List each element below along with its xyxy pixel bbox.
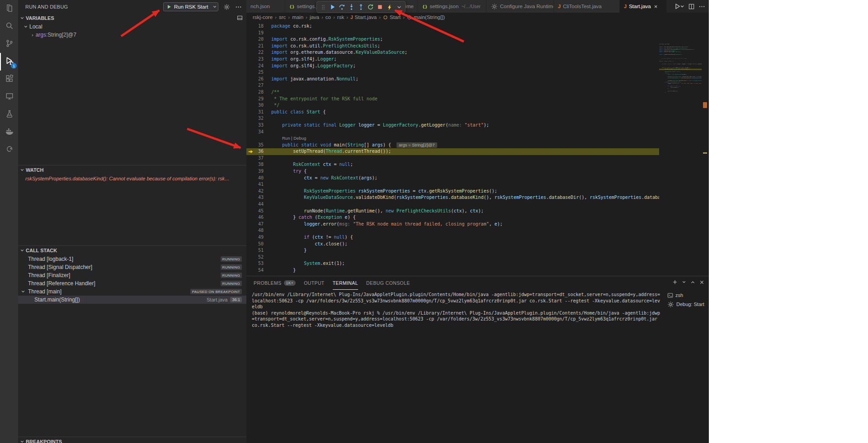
minimap[interactable]: ****************************************… (659, 22, 702, 276)
line-number: 24 (246, 63, 271, 70)
line-number: 37 (246, 155, 271, 162)
breadcrumb-item[interactable]: JStart.java (350, 14, 377, 20)
dropdown-icon[interactable] (395, 3, 403, 11)
breadcrumb-item[interactable]: main(String[]) (407, 14, 445, 20)
close-icon[interactable]: × (654, 4, 658, 9)
breadcrumb-separator: › (346, 14, 348, 20)
code-line-41: 41 (246, 181, 659, 188)
source-control-activity-item[interactable] (0, 35, 18, 53)
breadcrumb-item[interactable]: main (292, 14, 303, 20)
remote-explorer-icon (5, 92, 14, 102)
watch-expression[interactable]: rskSystemProperties.databaseKind(): Cann… (18, 174, 246, 181)
debug-sidebar: RUN AND DEBUG Run RSK Start VARIABLES (18, 0, 246, 443)
watch-title: WATCH (26, 167, 44, 173)
thread-status-badge: PAUSED ON BREAKPOINT (190, 289, 242, 294)
gear-icon (491, 3, 498, 10)
more-actions-icon[interactable] (235, 4, 242, 10)
panel-layout-icon[interactable] (237, 15, 243, 22)
code-text: */ (271, 102, 659, 109)
code-line-49: 49 if (ctx != null) { (246, 234, 659, 241)
call-stack-thread[interactable]: Thread [main]PAUSED ON BREAKPOINT (18, 287, 246, 296)
explorer-activity-item[interactable] (0, 0, 18, 18)
start-debug-icon[interactable] (166, 4, 172, 9)
code-text: RskContext ctx = null; (271, 161, 659, 168)
close-panel-icon[interactable] (699, 279, 704, 285)
more-icon[interactable] (698, 3, 705, 10)
line-number: 39 (246, 168, 271, 175)
run-icon[interactable] (675, 3, 684, 10)
testing-activity-item[interactable] (0, 106, 18, 123)
step-out-icon[interactable] (357, 3, 365, 11)
overview-ruler[interactable] (702, 22, 709, 276)
search-activity-item[interactable] (0, 18, 18, 35)
call-stack-thread[interactable]: Thread [Reference Handler]RUNNING (18, 279, 246, 287)
code-line-53: 53 System.exit(1); (246, 260, 659, 267)
call-stack-thread[interactable]: Thread [Finalizer]RUNNING (18, 271, 246, 279)
line-number: 40 (246, 175, 271, 182)
new-terminal-icon[interactable] (672, 279, 678, 285)
step-over-icon[interactable] (338, 3, 346, 11)
terminal-list-item[interactable]: Debug: Start (665, 300, 709, 309)
docker-activity-item[interactable] (0, 123, 18, 141)
tab-nch-json[interactable]: nch.json (246, 0, 285, 13)
panel-tab-problems[interactable]: PROBLEMS1K+ (254, 276, 296, 290)
line-number: 54 (246, 267, 271, 274)
breadcrumb-item[interactable]: src (279, 14, 286, 20)
terminal-picker-icon[interactable] (682, 279, 686, 285)
breadcrumb-label: main (292, 14, 303, 20)
gear-icon[interactable] (223, 4, 230, 10)
tab-description: ~/…/User (461, 4, 481, 9)
search-icon (5, 22, 14, 32)
line-number: 48 (246, 227, 271, 234)
tab-clitoolstest-java[interactable]: JCliToolsTest.java (554, 0, 620, 13)
debug-toolbar (316, 1, 406, 13)
call-stack-thread[interactable]: Thread [logback-1]RUNNING (18, 255, 246, 263)
breadcrumb-item[interactable]: co (326, 14, 331, 20)
variables-section-header[interactable]: VARIABLES (18, 14, 246, 23)
breadcrumb-item[interactable]: java (310, 14, 319, 20)
thread-label: Thread [Finalizer] (28, 272, 218, 278)
code-lines[interactable]: 18package co.rsk;1920import co.rsk.confi… (246, 22, 659, 277)
step-into-icon[interactable] (347, 3, 356, 11)
maximize-panel-icon[interactable] (690, 279, 695, 285)
continue-icon[interactable] (328, 3, 337, 11)
minimap-line: KeyValueDataSource.validateDbKind(rskSys… (659, 78, 702, 79)
stop-icon[interactable] (376, 3, 384, 11)
tab-configure-java-runtime[interactable]: Configure Java Runtime (487, 0, 554, 13)
breadcrumb-item[interactable]: Start (383, 14, 401, 20)
chevron-down-icon[interactable] (212, 5, 217, 9)
breadcrumb-item[interactable]: rskj-core (253, 14, 273, 20)
code-text: RskSystemProperties rskSystemProperties … (271, 188, 659, 195)
watch-section-header[interactable]: WATCH (18, 165, 246, 174)
java-icon: J (558, 4, 561, 9)
scope-local-row[interactable]: Local (18, 23, 246, 31)
breadcrumb-item[interactable]: rsk (337, 14, 344, 20)
run-debug-activity-item[interactable]: 1 (0, 53, 18, 71)
terminal-output[interactable]: /usr/bin/env /Library/Internet\ Plug-Ins… (252, 292, 662, 441)
hot-code-replace-icon[interactable] (385, 3, 394, 11)
tab-start-java[interactable]: JStart.java× (620, 0, 667, 13)
gradle-activity-item[interactable] (0, 141, 18, 159)
gear-icon (667, 301, 674, 308)
line-number: 21 (246, 43, 271, 50)
run-config-dropdown[interactable]: Run RSK Start (163, 2, 218, 11)
panel-tab-terminal[interactable]: TERMINAL (333, 276, 358, 290)
call-stack-section-header[interactable]: CALL STACK (18, 246, 246, 255)
call-stack-thread[interactable]: Thread [Signal Dispatcher]RUNNING (18, 263, 246, 271)
terminal-list-item[interactable]: zsh (665, 291, 709, 300)
breakpoints-section-header[interactable]: BREAKPOINTS (18, 437, 246, 443)
panel-tab-output[interactable]: OUTPUT (304, 276, 325, 290)
panel-tab-debug-console[interactable]: DEBUG CONSOLE (366, 276, 410, 290)
code-line-48: 48 (246, 227, 659, 234)
remote-explorer-activity-item[interactable] (0, 88, 18, 106)
stack-frame[interactable]: Start.main(String[])Start.java36:1 (18, 296, 246, 304)
extensions-activity-item[interactable] (0, 71, 18, 88)
variable-row[interactable]: ›args: String[2]@7 (18, 31, 246, 39)
breadcrumb-label: rsk (337, 14, 344, 20)
tab-settings-json[interactable]: {}settings.json~/…/User (418, 0, 487, 13)
split-editor-icon[interactable] (688, 3, 695, 10)
restart-icon[interactable] (366, 3, 375, 11)
codelens-run-debug-link[interactable]: Run | Debug (282, 136, 306, 141)
ruler-current-line-mark (703, 152, 707, 154)
breadcrumb-separator: › (333, 14, 335, 20)
